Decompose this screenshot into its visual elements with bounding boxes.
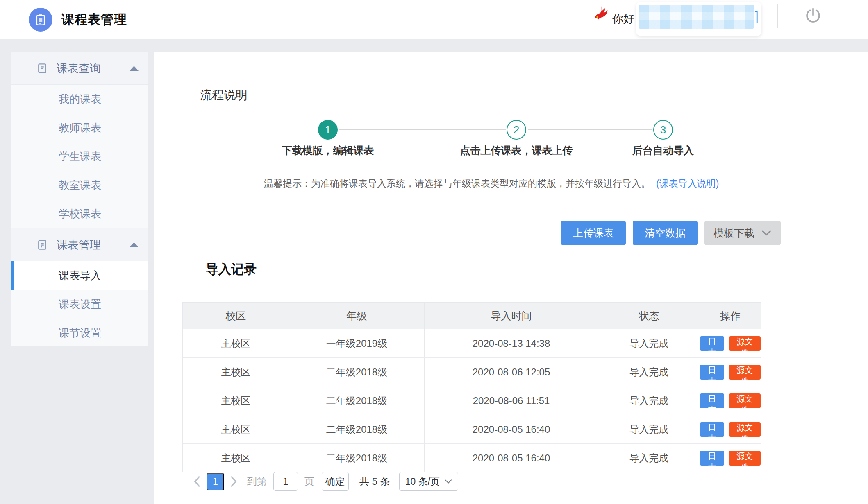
step-number: 3 <box>660 124 666 136</box>
cell-actions: 日志 源文件 <box>700 444 761 472</box>
template-download-button[interactable]: 模板下载 <box>704 221 781 245</box>
prev-page-button[interactable] <box>192 475 202 488</box>
table-row: 主校区 一年级2019级 2020-08-13 14:38 导入完成 日志 源文… <box>183 329 761 357</box>
col-header-campus: 校区 <box>183 303 289 329</box>
col-header-status: 状态 <box>598 303 700 329</box>
cell-time: 2020-08-06 11:51 <box>425 386 598 415</box>
import-help-link[interactable]: (课表导入说明) <box>656 178 719 189</box>
confirm-page-button[interactable]: 确定 <box>322 472 349 491</box>
step-3-label: 后台自动导入 <box>632 144 694 157</box>
sidebar-item-school-schedule[interactable]: 学校课表 <box>11 199 148 228</box>
log-button[interactable]: 日志 <box>700 451 724 466</box>
table-row: 主校区 二年级2018级 2020-08-06 12:05 导入完成 日志 源文… <box>183 357 761 386</box>
redacted-bracket-text: ] <box>755 9 759 24</box>
sidebar-item-student-schedule[interactable]: 学生课表 <box>11 142 148 171</box>
step-number: 1 <box>325 124 331 136</box>
cell-time: 2020-08-06 12:05 <box>425 358 598 386</box>
step-number: 2 <box>514 124 519 136</box>
step-2-circle: 2 <box>507 120 526 140</box>
sidebar-item-label: 学生课表 <box>59 149 101 164</box>
cell-status: 导入完成 <box>598 386 700 415</box>
cell-status: 导入完成 <box>598 415 700 443</box>
top-header: 课程表管理 你好 ] <box>0 0 868 39</box>
cell-actions: 日志 源文件 <box>700 386 761 415</box>
table-header-row: 校区 年级 导入时间 状态 操作 <box>183 303 761 329</box>
cell-time: 2020-08-05 16:40 <box>425 444 598 472</box>
chevron-right-icon <box>230 476 238 487</box>
source-file-button[interactable]: 源文件 <box>729 422 761 437</box>
page-size-select[interactable]: 10 条/页 <box>399 472 458 491</box>
header-divider <box>777 4 778 28</box>
cell-grade: 二年级2018级 <box>289 358 425 386</box>
cell-campus: 主校区 <box>183 358 289 386</box>
brand: 课程表管理 <box>29 0 127 39</box>
page-unit-label: 页 <box>304 475 314 488</box>
clear-data-button[interactable]: 清空数据 <box>633 221 698 245</box>
chevron-up-icon <box>130 242 139 247</box>
table-row: 主校区 二年级2018级 2020-08-06 11:51 导入完成 日志 源文… <box>183 386 761 415</box>
sidebar-item-classroom-schedule[interactable]: 教室课表 <box>11 171 148 199</box>
source-file-button[interactable]: 源文件 <box>729 451 761 466</box>
cell-campus: 主校区 <box>183 415 289 443</box>
page-1-button[interactable]: 1 <box>207 473 224 490</box>
greeting-text: 你好 <box>612 11 634 26</box>
next-page-button[interactable] <box>229 475 239 488</box>
source-file-button[interactable]: 源文件 <box>729 365 761 380</box>
cell-actions: 日志 源文件 <box>700 358 761 386</box>
step-connector-2 <box>528 129 652 130</box>
step-2-label: 点击上传课表，课表上传 <box>460 144 573 157</box>
sidebar-item-my-schedule[interactable]: 我的课表 <box>11 85 148 113</box>
chevron-down-icon <box>761 230 772 236</box>
document-icon <box>36 62 48 75</box>
cell-status: 导入完成 <box>598 329 700 357</box>
log-button[interactable]: 日志 <box>700 393 724 408</box>
sidebar-section-schedule-query[interactable]: 课表查询 <box>11 52 148 85</box>
logout-power-button[interactable] <box>802 4 825 27</box>
goto-page-label: 到第 <box>247 475 267 488</box>
sidebar-item-schedule-import[interactable]: 课表导入 <box>11 261 148 290</box>
table-row: 主校区 二年级2018级 2020-08-05 16:40 导入完成 日志 源文… <box>183 415 761 443</box>
cell-time: 2020-08-13 14:38 <box>425 329 598 357</box>
flow-section-title: 流程说明 <box>200 87 248 104</box>
screen: 课程表管理 你好 ] 课表查询 <box>0 0 868 504</box>
clipboard-icon <box>34 13 48 27</box>
page-title: 课程表管理 <box>61 11 127 28</box>
cell-status: 导入完成 <box>598 444 700 472</box>
source-file-button[interactable]: 源文件 <box>729 336 761 351</box>
power-icon <box>803 6 823 25</box>
upload-schedule-button[interactable]: 上传课表 <box>561 221 626 245</box>
cell-status: 导入完成 <box>598 358 700 386</box>
log-button[interactable]: 日志 <box>700 365 724 380</box>
sidebar-section-schedule-manage[interactable]: 课表管理 <box>11 228 148 261</box>
sidebar: 课表查询 我的课表 教师课表 学生课表 教室课表 学校课表 课表管理 课表导入 <box>11 52 148 346</box>
clipboard-edit-icon <box>36 239 48 251</box>
sidebar-item-label: 课表设置 <box>59 297 101 312</box>
main-panel: 流程说明 1 2 3 下载模版，编辑课表 点击上传课表，课表上传 后台自动导入 … <box>154 52 868 504</box>
cell-grade: 二年级2018级 <box>289 415 425 443</box>
sidebar-item-teacher-schedule[interactable]: 教师课表 <box>11 113 148 142</box>
sidebar-item-period-settings[interactable]: 课节设置 <box>11 319 148 347</box>
sidebar-item-label: 教室课表 <box>59 178 101 192</box>
sidebar-item-label: 教师课表 <box>59 121 101 135</box>
sidebar-item-label: 课节设置 <box>59 326 101 340</box>
cell-time: 2020-08-05 16:40 <box>425 415 598 443</box>
cell-grade: 二年级2018级 <box>289 444 425 472</box>
cell-grade: 二年级2018级 <box>289 386 425 415</box>
user-account-redacted[interactable]: ] <box>636 2 761 36</box>
sidebar-section-label: 课表查询 <box>57 61 101 76</box>
redaction-mosaic <box>639 5 754 29</box>
table-row: 主校区 二年级2018级 2020-08-05 16:40 导入完成 日志 源文… <box>183 443 761 472</box>
col-header-grade: 年级 <box>289 303 425 329</box>
template-download-label: 模板下载 <box>713 226 754 240</box>
tip-text: 温馨提示：为准确将课表导入系统，请选择与年级课表类型对应的模版，并按年级进行导入… <box>264 178 650 189</box>
cell-actions: 日志 源文件 <box>700 415 761 443</box>
log-button[interactable]: 日志 <box>700 336 724 351</box>
step-3-circle: 3 <box>653 120 673 140</box>
tip-row: 温馨提示：为准确将课表导入系统，请选择与年级课表类型对应的模版，并按年级进行导入… <box>264 177 719 190</box>
log-button[interactable]: 日志 <box>700 422 724 437</box>
goto-page-input[interactable] <box>273 472 298 491</box>
sidebar-item-schedule-settings[interactable]: 课表设置 <box>11 290 148 319</box>
pagination-bar: 1 到第 页 确定 共 5 条 10 条/页 <box>192 472 458 491</box>
phoenix-logo-icon <box>592 4 611 26</box>
source-file-button[interactable]: 源文件 <box>729 393 761 408</box>
